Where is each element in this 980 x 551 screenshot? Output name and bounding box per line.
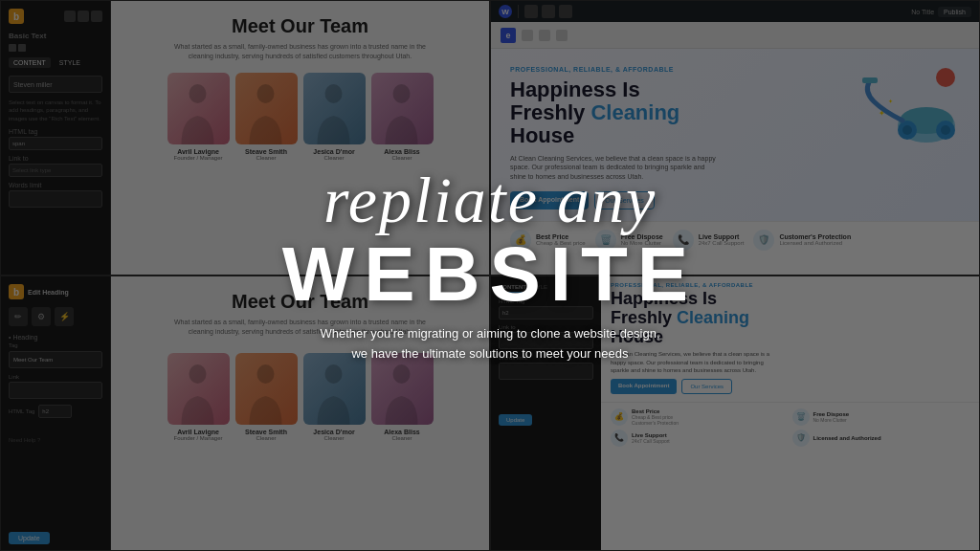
q4-book-btn[interactable]: Book Appointment <box>611 379 677 394</box>
settings-icon[interactable]: ⚙ <box>32 307 51 326</box>
wp-admin-toolbar: W No Title Publish <box>491 1 979 22</box>
support-icon: 📞 <box>673 230 694 251</box>
team-name-bl-1: Avril Lavigne <box>167 429 230 435</box>
team-photo-3 <box>303 73 366 144</box>
update-btn-br[interactable]: Update <box>499 414 532 426</box>
publish-button[interactable]: Publish <box>938 7 971 17</box>
team-card-4: Alexa Bliss Cleaner <box>371 73 434 161</box>
toolbar-btn[interactable] <box>524 5 538 18</box>
q4-feature-1: 💰 Best Price Cheap & Best price Customer… <box>611 408 789 426</box>
no-title-label: No Title <box>911 9 934 15</box>
html-tag-row: HTML Tag h2 <box>9 405 102 418</box>
feature-price-title: Best Price <box>536 233 586 240</box>
feature-support-title: Live Support <box>699 233 745 240</box>
page-subtitle: What started as a small, family-owned bu… <box>167 42 434 61</box>
q4-feature-title-4: Licensed and Authorized <box>813 435 881 441</box>
svg-point-16 <box>325 364 343 384</box>
link-select[interactable]: Select link type <box>9 164 102 177</box>
style-tab[interactable]: STYLE <box>529 284 547 293</box>
quadrant-top-left: b Basic Text CONTENT STYLE Steven miller <box>0 0 490 276</box>
words-label-br: Words limit <box>499 355 593 361</box>
tool-icon[interactable] <box>522 30 533 41</box>
html-tag-label-bl: HTML Tag <box>9 408 34 414</box>
html-tag-label-br: HTML Tag <box>499 298 593 304</box>
page-title-bl: Meet Our Team <box>232 291 368 313</box>
team-role-bl-3: Cleaner <box>303 435 366 441</box>
link-input-bl[interactable] <box>9 382 102 399</box>
text-input[interactable]: Steven miller <box>9 76 102 93</box>
feature-dispose: 🗑️ Free Dispose No More Clutter <box>595 230 663 251</box>
logo-icon-bl: b <box>9 284 24 299</box>
team-photo-bl-4 <box>371 353 434 425</box>
q4-services-btn[interactable]: Our Services <box>681 379 732 394</box>
feature-dispose-title: Free Dispose <box>621 233 663 240</box>
main-container: b Basic Text CONTENT STYLE Steven miller <box>0 0 980 551</box>
book-appointment-btn[interactable]: Book Appointment <box>510 191 589 209</box>
sidebar-mini-icon <box>9 44 16 52</box>
team-name-bl-2: Steave Smith <box>235 429 298 435</box>
person-silhouette-4 <box>381 82 424 144</box>
team-role-bl-2: Cleaner <box>235 435 298 441</box>
advanced-icon[interactable]: ⚡ <box>55 307 74 326</box>
words-limit-label: Words limit <box>9 182 102 188</box>
page-subtitle-bl: What started as a small, family-owned bu… <box>167 318 434 337</box>
html-tag-select-br[interactable]: h2 <box>499 306 593 320</box>
team-card-bl-2: Steave Smith Cleaner <box>235 353 298 441</box>
q4-feature-sub-1b: Customer's Protection <box>632 420 679 426</box>
team-cards: Avril Lavigne Founder / Manager Steave S… <box>167 73 434 161</box>
link-label-br: Link to <box>499 324 593 330</box>
link-field-bl: Link <box>9 374 102 399</box>
heading-text-input[interactable]: Meet Our Team <box>9 351 102 368</box>
words-limit-input[interactable] <box>9 190 102 208</box>
html-tag-label: HTML tag <box>9 128 102 135</box>
feature-price: 💰 Best Price Cheap & Best price <box>510 230 586 251</box>
person-silhouette-2 <box>245 82 288 144</box>
feature-support: 📞 Live Support 24x7 Call Support <box>673 230 745 251</box>
vacuum-illustration: ✦ ✦ <box>855 63 969 159</box>
divider <box>518 5 519 18</box>
tab-style[interactable]: STYLE <box>55 57 85 68</box>
protection-icon: 🛡️ <box>753 230 774 251</box>
team-photo-bl-1 <box>167 353 230 425</box>
link-input-br[interactable] <box>499 332 593 349</box>
team-name-2: Steave Smith <box>235 148 298 155</box>
html-tag-select[interactable]: span <box>9 137 102 150</box>
team-photo-4 <box>371 73 434 144</box>
update-button[interactable]: Update <box>9 532 50 544</box>
feature-protection: 🛡️ Customer's Protection Licensed and Au… <box>753 230 851 251</box>
q4-hero-buttons: Book Appointment Our Services <box>601 379 979 402</box>
toolbar-btn[interactable] <box>559 5 572 18</box>
our-services-btn[interactable]: Our Services <box>594 191 654 209</box>
svg-point-2 <box>325 84 343 103</box>
sidebar-mini-icon <box>18 44 26 52</box>
svg-point-0 <box>189 84 207 103</box>
q4-feature-2: 🗑️ Free Dispose No More Clutter <box>792 408 970 426</box>
q4-layout: CONTENT STYLE HTML Tag h2 Link to Words … <box>491 276 979 550</box>
svg-text:✦: ✦ <box>888 99 893 104</box>
toolbar-icon[interactable] <box>91 11 102 22</box>
tool-icon[interactable] <box>539 30 550 41</box>
html-tag-select-bl[interactable]: h2 <box>38 405 72 418</box>
wordpress-icon: W <box>499 5 512 18</box>
team-card-2: Steave Smith Cleaner <box>235 73 298 161</box>
sidebar-left: b Basic Text CONTENT STYLE Steven miller <box>1 1 111 275</box>
tab-content[interactable]: CONTENT <box>9 57 51 68</box>
q4-hero-desc: At Clean Cleaning Services, we believe t… <box>601 346 792 378</box>
elementor-icon: e <box>501 28 516 43</box>
q4-feature-sub-2: No More Clutter <box>813 417 850 423</box>
toolbar-icon[interactable] <box>78 11 89 22</box>
toolbar-icon[interactable] <box>64 11 76 22</box>
q4-feature-title-3: Live Support <box>632 432 670 438</box>
q4-feature-title-2: Free Dispose <box>813 411 850 417</box>
team-photo-bl-3 <box>303 353 366 425</box>
feature-price-sub: Cheap & Best price <box>536 240 586 246</box>
link-label: Link to <box>9 155 102 162</box>
tool-icon[interactable] <box>556 30 568 41</box>
team-name-bl-4: Alexa Bliss <box>371 429 434 435</box>
content-tab[interactable]: CONTENT <box>499 284 526 293</box>
website-preview: W No Title Publish e <box>491 1 979 275</box>
tag-label: Tag <box>9 342 102 348</box>
edit-icon[interactable]: ✏ <box>9 307 28 326</box>
toolbar-btn[interactable] <box>542 5 555 18</box>
words-input-br[interactable] <box>499 363 593 380</box>
